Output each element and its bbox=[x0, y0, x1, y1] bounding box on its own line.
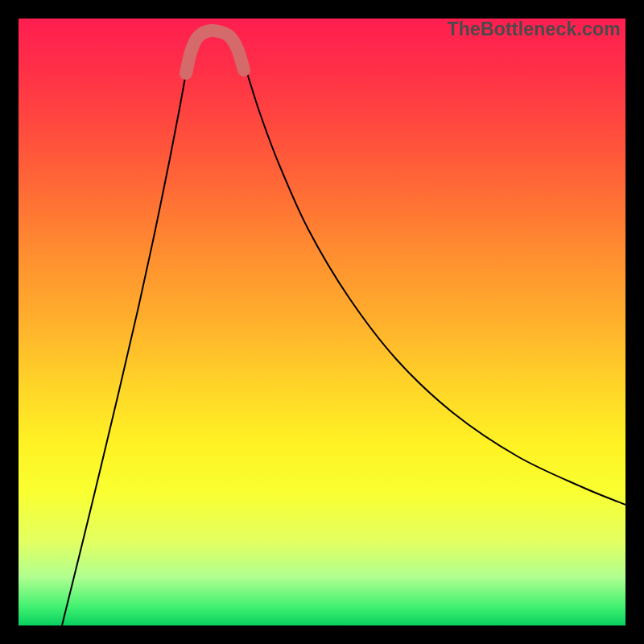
chart-svg bbox=[19, 19, 625, 625]
series-valley-marker bbox=[186, 31, 244, 73]
series-right-ascent bbox=[239, 49, 625, 505]
series-left-descent bbox=[62, 49, 191, 625]
chart-frame: TheBottleneck.com bbox=[19, 19, 625, 625]
